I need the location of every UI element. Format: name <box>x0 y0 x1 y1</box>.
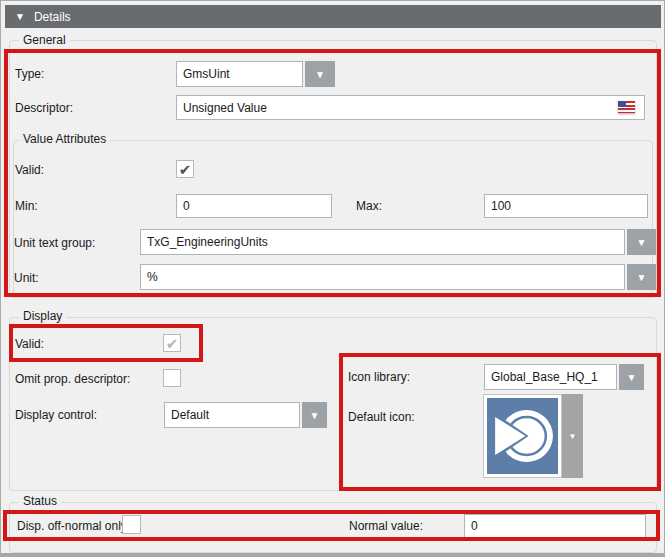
icon-library-dropdown-button[interactable]: ▼ <box>619 364 644 390</box>
disp-off-normal-only-checkbox[interactable] <box>122 515 141 534</box>
normal-value-label: Normal value: <box>349 519 423 534</box>
min-input[interactable] <box>176 194 332 218</box>
unit-text-group-label: Unit text group: <box>14 236 95 251</box>
us-flag-icon[interactable] <box>618 101 635 113</box>
disp-off-normal-only-label: Disp. off-normal only: <box>17 519 130 534</box>
descriptor-label: Descriptor: <box>15 101 73 116</box>
panel-bottom-border <box>1 553 665 557</box>
status-group-label: Status <box>19 494 61 508</box>
collapse-arrow-icon: ▼ <box>15 11 25 22</box>
max-input[interactable] <box>484 194 648 218</box>
unit-text-group-dropdown-button[interactable]: ▼ <box>627 229 656 255</box>
default-icon-label: Default icon: <box>348 410 415 425</box>
type-combobox[interactable]: GmsUint <box>176 61 303 87</box>
unit-dropdown-button[interactable]: ▼ <box>627 264 656 290</box>
chevron-down-icon: ▼ <box>637 237 647 248</box>
omit-prop-descriptor-checkbox[interactable] <box>163 369 181 387</box>
descriptor-input[interactable] <box>176 95 645 120</box>
display-control-label: Display control: <box>15 408 97 423</box>
chevron-down-icon: ▼ <box>315 69 325 80</box>
chevron-down-icon: ▼ <box>637 272 647 283</box>
default-icon-glyph <box>487 398 558 474</box>
chevron-down-icon: ▼ <box>569 432 577 441</box>
chevron-down-icon: ▼ <box>310 410 320 421</box>
display-valid-checkbox[interactable]: ✔ <box>163 334 181 352</box>
default-icon-dropdown-button[interactable]: ▼ <box>562 394 583 478</box>
chevron-down-icon: ▼ <box>627 372 637 383</box>
omit-prop-descriptor-label: Omit prop. descriptor: <box>15 372 130 387</box>
value-attributes-group-label: Value Attributes <box>19 132 110 146</box>
details-header[interactable]: ▼ Details <box>5 5 661 28</box>
icon-library-label: Icon library: <box>348 370 410 385</box>
valid-label: Valid: <box>15 163 44 178</box>
normal-value-input[interactable] <box>464 514 646 538</box>
checkmark-icon: ✔ <box>179 162 192 177</box>
details-panel: ▼ Details General Value Attributes Displ… <box>0 0 665 557</box>
checkmark-icon: ✔ <box>166 336 179 351</box>
min-label: Min: <box>15 199 38 214</box>
unit-text-group-combobox[interactable]: TxG_EngineeringUnits <box>140 229 625 255</box>
type-label: Type: <box>15 67 44 82</box>
general-group-label: General <box>19 33 70 47</box>
display-control-combobox[interactable]: Default <box>164 402 300 428</box>
panel-title: Details <box>34 10 71 24</box>
max-label: Max: <box>356 199 382 214</box>
display-valid-label: Valid: <box>15 337 44 352</box>
unit-label: Unit: <box>14 271 39 286</box>
unit-combobox[interactable]: % <box>140 264 625 290</box>
default-icon-preview[interactable] <box>483 394 562 478</box>
display-group-label: Display <box>19 309 66 323</box>
type-dropdown-button[interactable]: ▼ <box>305 61 335 87</box>
display-control-dropdown-button[interactable]: ▼ <box>302 402 327 428</box>
icon-library-combobox[interactable]: Global_Base_HQ_1 <box>484 364 617 390</box>
valid-checkbox[interactable]: ✔ <box>176 160 194 178</box>
